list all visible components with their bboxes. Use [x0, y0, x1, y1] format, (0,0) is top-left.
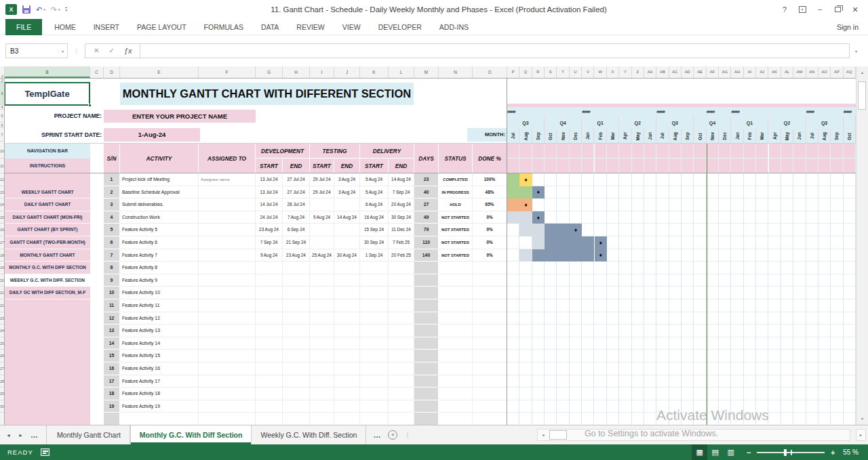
cell-days-row-11[interactable] [414, 299, 439, 312]
sidebar-item-weekly-gantt-chart[interactable]: WEEKLY GANTT CHART [5, 186, 90, 199]
cell-sn-row-20[interactable] [104, 413, 120, 425]
gantt-month-nov-16[interactable]: Nov [707, 129, 719, 144]
cell-del_end-row-14[interactable] [389, 337, 414, 350]
cell-test_start-row-18[interactable] [310, 388, 334, 400]
table-header-start[interactable]: START [256, 159, 283, 173]
cell-status-row-20[interactable] [439, 413, 473, 425]
cell-test_end-row-2[interactable]: 3 Aug 24 [334, 186, 360, 199]
cell-activity-row-6[interactable]: Feature Activity 6 [120, 236, 199, 249]
column-header-i[interactable]: I [310, 66, 334, 78]
customize-qat-icon[interactable]: ▾ [65, 7, 67, 12]
column-header-f[interactable]: F [199, 66, 256, 78]
scroll-up-icon[interactable]: ▲ [856, 66, 868, 79]
gantt-bar-cell-row-4-m0[interactable] [507, 211, 519, 224]
cell-dev_start-row-10[interactable] [256, 287, 283, 299]
gantt-header-pink-cell[interactable] [582, 144, 594, 173]
cell-dev_start-row-12[interactable] [256, 312, 283, 325]
gantt-bar-cell-row-1-m1[interactable]: ♦ [519, 173, 532, 186]
column-header-g[interactable]: G [256, 66, 283, 78]
cell-sn-row-10[interactable]: 10 [104, 287, 120, 299]
minimize-button[interactable]: − [811, 3, 829, 16]
cell-test_start-row-4[interactable]: 9 Aug 24 [310, 211, 334, 224]
gantt-quarter-q3-0[interactable]: Q3 [507, 117, 545, 129]
cell-status-row-9[interactable] [439, 274, 473, 287]
cell-assigned-row-12[interactable] [199, 312, 256, 325]
gantt-month-jan-18[interactable]: Jan [731, 129, 743, 144]
cell-sn-row-13[interactable]: 13 [104, 325, 120, 337]
cell-dev_start-row-1[interactable]: 13 Jul 24 [256, 173, 283, 186]
gantt-header-pink-cell[interactable] [756, 144, 768, 173]
cell-dev_end-row-17[interactable] [283, 375, 310, 388]
gantt-header-pink-cell[interactable] [781, 144, 793, 173]
cell-days-row-15[interactable] [414, 350, 439, 362]
gantt-month-sep-14[interactable]: Sep [682, 129, 694, 144]
cell-del_start-row-7[interactable]: 1 Sep 24 [360, 249, 389, 262]
cell-del_start-row-1[interactable]: 5 Aug 24 [360, 173, 389, 186]
cell-days-row-4[interactable]: 49 [414, 211, 439, 224]
cell-status-row-19[interactable] [439, 400, 473, 413]
gantt-month-sep-26[interactable]: Sep [831, 129, 843, 144]
gantt-month-may-22[interactable]: May [781, 129, 793, 144]
cell-assigned-row-3[interactable] [199, 198, 256, 211]
column-header-ak[interactable]: AK [769, 66, 781, 78]
gantt-header-pink-cell[interactable] [532, 144, 545, 173]
cell-del_end-row-12[interactable] [389, 312, 414, 325]
gantt-header-pink-cell[interactable] [557, 144, 569, 173]
row-header-30[interactable]: 30 [0, 400, 4, 413]
gantt-bar-cell-row-5-m5[interactable]: ♦ [570, 224, 582, 236]
gantt-bar-cell-row-4-m1[interactable] [519, 211, 532, 224]
cell-dev_end-row-14[interactable] [283, 337, 310, 350]
gantt-header-pink-cell[interactable] [731, 144, 743, 173]
cell-done-row-1[interactable]: 100% [473, 173, 507, 186]
cell-del_start-row-14[interactable] [360, 337, 389, 350]
gantt-month-jun-23[interactable]: Jun [793, 129, 806, 144]
cell-days-row-5[interactable]: 79 [414, 224, 439, 236]
formula-bar-expand-icon[interactable]: ▾ [850, 49, 863, 54]
cell-test_end-row-5[interactable] [334, 224, 360, 236]
gantt-bar-cell-row-3-m1[interactable]: ♦ [519, 198, 532, 211]
sheet-tab-weekly-g-c-with-diff-section[interactable]: Weekly G.C. With Diff. Section [252, 425, 366, 444]
cell-assigned-row-2[interactable] [199, 186, 256, 199]
sprint-start-date-input[interactable]: 1-Aug-24 [104, 128, 200, 142]
cell-done-row-16[interactable] [473, 362, 507, 375]
gantt-month-jun-11[interactable]: Jun [644, 129, 656, 144]
cell-del_start-row-5[interactable]: 15 Sep 24 [360, 224, 389, 236]
cell-days-row-12[interactable] [414, 312, 439, 325]
column-header-am[interactable]: AM [793, 66, 806, 78]
gantt-month-mar-20[interactable]: Mar [756, 129, 768, 144]
cell-del_start-row-2[interactable]: 5 Aug 24 [360, 186, 389, 199]
cell-del_end-row-20[interactable] [389, 413, 414, 425]
cell-test_end-row-20[interactable] [334, 413, 360, 425]
column-header-ae[interactable]: AE [694, 66, 706, 78]
gantt-header-pink-cell[interactable] [570, 144, 582, 173]
gantt-month-aug-13[interactable]: Aug [669, 129, 682, 144]
cell-del_start-row-11[interactable] [360, 299, 389, 312]
cell-activity-row-14[interactable]: Feature Activity 14 [120, 337, 199, 350]
column-header-ai[interactable]: AI [744, 66, 756, 78]
cell-test_start-row-7[interactable]: 25 Aug 24 [310, 249, 334, 262]
cell-assigned-row-14[interactable] [199, 337, 256, 350]
scroll-left-icon[interactable]: ◄ [538, 430, 548, 440]
cell-days-row-20[interactable] [414, 413, 439, 425]
sidebar-item-gantt-chart-two-per-month[interactable]: GANTT CHART (TWO-PER-MONTH) [5, 236, 90, 249]
column-header-ah[interactable]: AH [731, 66, 743, 78]
cell-days-row-6[interactable]: 110 [414, 236, 439, 249]
cell-days-row-3[interactable]: 27 [414, 198, 439, 211]
table-header-activity[interactable]: ACTIVITY [120, 144, 199, 173]
row-header-15[interactable]: 15 [0, 211, 4, 224]
cell-days-row-9[interactable] [414, 274, 439, 287]
ribbon-tab-developer[interactable]: DEVELOPER [370, 19, 431, 35]
cell-done-row-7[interactable]: 0% [473, 249, 507, 262]
ribbon-tab-data[interactable]: DATA [252, 19, 288, 35]
cell-del_start-row-3[interactable]: 6 Aug 24 [360, 198, 389, 211]
table-header-end[interactable]: END [389, 159, 414, 173]
cell-del_end-row-17[interactable] [389, 375, 414, 388]
cell-days-row-13[interactable] [414, 325, 439, 337]
column-header-h[interactable]: H [283, 66, 310, 78]
cell-status-row-13[interactable] [439, 325, 473, 337]
cell-dev_start-row-3[interactable]: 14 Jul 24 [256, 198, 283, 211]
cell-status-row-4[interactable]: NOT STARTED [439, 211, 473, 224]
cell-del_start-row-12[interactable] [360, 312, 389, 325]
table-header-delivery[interactable]: DELIVERY [360, 144, 414, 159]
column-header-ap[interactable]: AP [831, 66, 843, 78]
